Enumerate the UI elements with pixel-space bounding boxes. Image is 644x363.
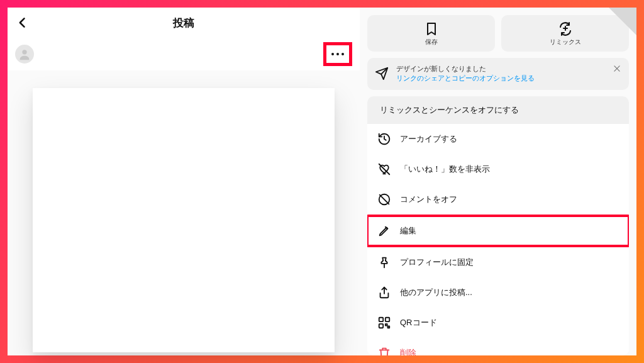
svg-rect-13 [388, 326, 390, 328]
trash-icon [377, 346, 391, 355]
design-info-card: デザインが新しくなりました リンクのシェアとコピーのオプションを見る [367, 58, 629, 90]
close-icon[interactable] [613, 64, 621, 73]
comment-off-icon [377, 193, 391, 206]
page-title: 投稿 [173, 16, 194, 30]
more-options-icon[interactable] [331, 53, 344, 55]
menu-remix-off[interactable]: リミックスとシーケンスをオフにする [367, 96, 629, 124]
pencil-icon [377, 224, 391, 238]
post-preview-pane: 投稿 [8, 8, 360, 355]
menu-hide-likes[interactable]: 「いいね！」数を非表示 [367, 154, 629, 184]
save-button[interactable]: 保存 [367, 15, 495, 52]
info-text-line1: デザインが新しくなりました [396, 64, 621, 74]
share-icon [377, 286, 391, 299]
edit-highlight: 編集 [367, 215, 629, 247]
menu-edit[interactable]: 編集 [369, 217, 628, 245]
menu-pin[interactable]: プロフィールに固定 [367, 247, 629, 277]
back-icon[interactable] [16, 16, 29, 29]
menu-post-other-app[interactable]: 他のアプリに投稿... [367, 277, 629, 308]
save-label: 保存 [425, 38, 438, 47]
history-icon [377, 132, 391, 146]
send-icon [375, 67, 389, 81]
more-options-highlight [323, 42, 352, 66]
post-image-placeholder [33, 88, 335, 352]
svg-rect-10 [386, 318, 389, 321]
svg-rect-12 [386, 324, 387, 326]
info-link[interactable]: リンクのシェアとコピーのオプションを見る [396, 74, 621, 83]
heart-off-icon [377, 162, 391, 176]
bookmark-icon [424, 21, 439, 36]
menu-qr-code[interactable]: QRコード [367, 308, 629, 338]
pin-icon [377, 255, 391, 269]
qr-icon [377, 316, 391, 330]
svg-rect-9 [379, 318, 383, 321]
svg-point-0 [22, 50, 26, 54]
menu-delete[interactable]: 削除 [367, 338, 629, 355]
menu-archive[interactable]: アーカイブする [367, 124, 629, 154]
remix-icon [558, 21, 573, 36]
avatar[interactable] [15, 45, 34, 64]
menu-comments-off[interactable]: コメントをオフ [367, 184, 629, 215]
svg-line-7 [380, 194, 389, 204]
svg-rect-11 [379, 324, 383, 328]
remix-label: リミックス [550, 38, 581, 47]
options-sheet: 保存 リミックス デザインが新しくなりました リンクのシェアとコピーのオプション… [360, 8, 636, 355]
options-menu: リミックスとシーケンスをオフにする アーカイブする 「いいね！」数を非表示 コメ… [367, 96, 629, 355]
